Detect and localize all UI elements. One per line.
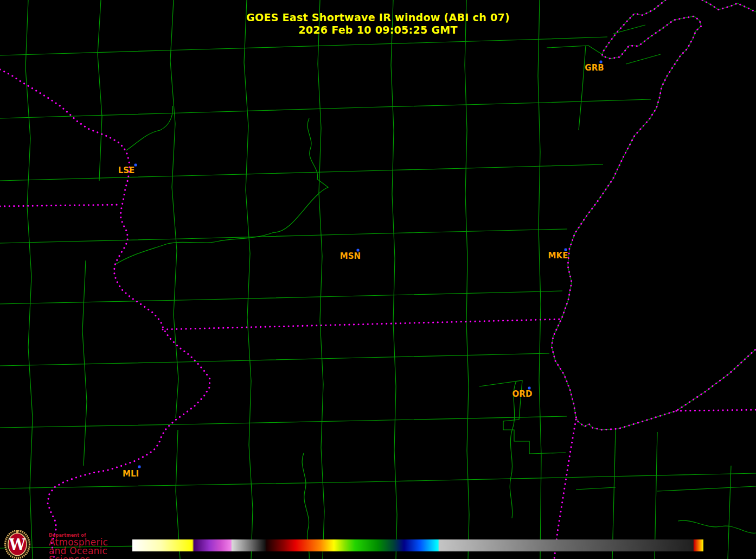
department-text: Department of Atmospheric and Oceanic Sc… — [49, 533, 108, 559]
city-dot-grb — [600, 61, 603, 63]
city-dot-lse — [134, 164, 137, 167]
city-dot-msn — [357, 249, 360, 252]
indiana-michigan-border — [676, 410, 756, 411]
city-label-grb: GRB — [585, 63, 604, 73]
city-dot-mli — [138, 466, 141, 468]
satellite-map — [0, 0, 756, 559]
city-label-mli: MLI — [123, 469, 139, 479]
city-label-ord: ORD — [512, 389, 533, 399]
upper-michigan-shoreline — [702, 0, 756, 12]
goes-satellite-viewer: GOES East Shortwave IR window (ABI ch 07… — [0, 0, 756, 559]
state-borders — [0, 0, 756, 559]
county-boundaries — [0, 0, 756, 559]
illinois-indiana-border — [554, 420, 576, 559]
city-dot-ord — [528, 387, 531, 390]
lake-michigan-coastline-green — [552, 0, 756, 430]
department-name-line-2: and Oceanic Sciences — [49, 547, 108, 559]
svg-text:W: W — [9, 536, 26, 553]
image-title: GOES East Shortwave IR window (ABI ch 07… — [0, 11, 756, 36]
temperature-colorbar — [132, 539, 703, 551]
minnesota-iowa-border — [0, 205, 121, 206]
city-label-mke: MKE — [548, 251, 568, 261]
lake-michigan-shoreline — [552, 0, 756, 430]
uw-crest-icon: W — [4, 530, 30, 559]
upper-michigan-coastline-green — [702, 0, 756, 12]
city-dot-mke — [565, 249, 567, 251]
title-line-1: GOES East Shortwave IR window (ABI ch 07… — [0, 11, 756, 24]
wisconsin-illinois-border — [163, 319, 562, 329]
city-label-lse: LSE — [118, 166, 135, 175]
city-label-msn: MSN — [340, 251, 361, 261]
title-line-2: 2026 Feb 10 09:05:25 GMT — [0, 24, 756, 36]
